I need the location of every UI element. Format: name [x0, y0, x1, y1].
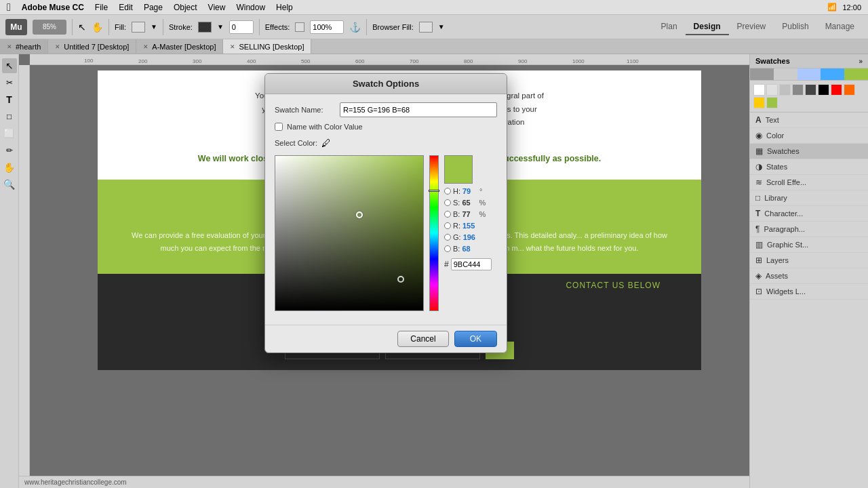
swatches-icon: ▦: [755, 146, 763, 156]
r-radio[interactable]: [444, 222, 451, 229]
tab-amaster[interactable]: ✕ A-Master [Desktop]: [136, 39, 223, 54]
shape-tool[interactable]: □: [2, 109, 17, 124]
move-tool-icon: ↖: [78, 22, 86, 33]
right-panel-nav: A Text ◉ Color ▦ Swatches ◑ States ≋ Scr…: [750, 113, 868, 300]
menu-help[interactable]: Help: [276, 3, 293, 12]
panel-swatches-label: Swatches: [767, 147, 800, 155]
nav-manage[interactable]: Manage: [817, 19, 863, 35]
color-picker-area: H: 79 ° S: 65 % B: 77 %: [275, 155, 497, 311]
g-label: G:: [453, 233, 461, 241]
swatch-strip-5[interactable]: [844, 68, 868, 80]
tab-close-selling[interactable]: ✕: [230, 43, 235, 50]
panel-character[interactable]: T Character...: [750, 206, 868, 222]
menu-window[interactable]: Window: [236, 3, 265, 12]
stroke-color[interactable]: [198, 22, 212, 33]
cancel-button[interactable]: Cancel: [397, 331, 448, 347]
color-gradient-picker[interactable]: [275, 155, 424, 311]
color-icon: ◉: [755, 131, 762, 140]
tab-close-untitled[interactable]: ✕: [55, 43, 60, 50]
panel-swatches[interactable]: ▦ Swatches: [750, 144, 868, 159]
image-tool[interactable]: ⬜: [2, 126, 17, 141]
swatch-white[interactable]: [753, 84, 765, 96]
swatch-options-dialog[interactable]: Swatch Options Swatch Name: Name with Co…: [264, 73, 507, 353]
panel-color[interactable]: ◉ Color: [750, 128, 868, 144]
b2-radio[interactable]: [444, 245, 451, 252]
browser-fill-color[interactable]: [419, 22, 433, 33]
fill-color[interactable]: [132, 22, 145, 33]
swatch-black[interactable]: [818, 84, 829, 96]
b-radio[interactable]: [444, 211, 451, 218]
nav-plan[interactable]: Plan: [653, 19, 686, 35]
app-name: Adobe Muse CC: [22, 3, 84, 12]
crop-tool[interactable]: ✂: [2, 75, 17, 90]
tab-selling[interactable]: ✕ SELLING [Desktop]: [223, 39, 311, 54]
layers-icon: ⊞: [755, 256, 762, 265]
swatch-name-row: Swatch Name:: [275, 102, 497, 117]
menu-view[interactable]: View: [208, 3, 226, 12]
panel-widgets[interactable]: ⊡ Widgets L...: [750, 284, 868, 300]
panel-graphic[interactable]: ▥ Graphic St...: [750, 237, 868, 253]
select-tool[interactable]: ↖: [2, 58, 17, 73]
toolbar: Mu 85% ↖ ✋ Fill: ▼ Stroke: ▼ Effects: 10…: [0, 15, 868, 39]
swatches-panel-arrow[interactable]: »: [859, 58, 863, 65]
swatch-strip-3[interactable]: [797, 68, 821, 80]
panel-scroll[interactable]: ≋ Scroll Effe...: [750, 175, 868, 190]
eyedropper-icon[interactable]: 🖊: [321, 138, 331, 148]
swatch-orange[interactable]: [844, 84, 855, 96]
swatch-yellow[interactable]: [753, 97, 765, 108]
hand-tool[interactable]: ✋: [2, 160, 17, 175]
menu-file[interactable]: File: [95, 3, 108, 12]
s-radio[interactable]: [444, 199, 451, 206]
nav-preview[interactable]: Preview: [729, 19, 774, 35]
panel-graphic-label: Graphic St...: [767, 241, 808, 249]
tab-hearth[interactable]: ✕ #hearth: [0, 39, 48, 54]
nav-design[interactable]: Design: [686, 19, 729, 35]
tab-close-hearth[interactable]: ✕: [7, 43, 12, 50]
h-radio[interactable]: [444, 188, 451, 195]
tabs-bar: ✕ #hearth ✕ Untitled 7 [Desktop] ✕ A-Mas…: [0, 39, 868, 54]
panel-library[interactable]: □ Library: [750, 190, 868, 206]
swatch-gray[interactable]: [779, 84, 791, 96]
nav-publish[interactable]: Publish: [774, 19, 816, 35]
panel-states[interactable]: ◑ States: [750, 159, 868, 175]
panel-text[interactable]: A Text: [750, 113, 868, 128]
panel-assets-label: Assets: [766, 272, 788, 280]
panel-paragraph[interactable]: ¶ Paragraph...: [750, 222, 868, 237]
text-tool[interactable]: T: [2, 92, 17, 107]
tab-untitled[interactable]: ✕ Untitled 7 [Desktop]: [48, 39, 136, 54]
swatch-strip-4[interactable]: [821, 68, 844, 80]
library-icon: □: [755, 193, 760, 203]
menu-edit[interactable]: Edit: [119, 3, 133, 12]
swatch-midgray[interactable]: [792, 84, 804, 96]
hex-input[interactable]: [451, 258, 492, 270]
apple-menu[interactable]: : [7, 1, 11, 14]
panel-states-label: States: [766, 163, 787, 171]
swatch-strip-2[interactable]: [774, 68, 797, 80]
fill-arrow[interactable]: ▼: [151, 23, 157, 30]
panel-layers-label: Layers: [766, 256, 789, 264]
swatch-red[interactable]: [831, 84, 842, 96]
menu-object[interactable]: Object: [174, 3, 197, 12]
ok-button[interactable]: OK: [454, 331, 497, 347]
b2-label: B:: [453, 245, 460, 253]
swatch-darkgray[interactable]: [805, 84, 816, 96]
menu-page[interactable]: Page: [144, 3, 163, 12]
stroke-arrow[interactable]: ▼: [217, 23, 224, 30]
browser-fill-arrow[interactable]: ▼: [438, 23, 445, 30]
g-radio[interactable]: [444, 234, 451, 241]
toolbar-divider-2: [108, 19, 109, 35]
swatch-strip-1[interactable]: [750, 68, 774, 80]
zoom-tool[interactable]: 🔍: [2, 177, 17, 192]
tab-close-amaster[interactable]: ✕: [143, 43, 149, 50]
hue-bar[interactable]: [429, 155, 439, 311]
states-icon: ◑: [755, 162, 762, 171]
zoom-control[interactable]: 85%: [33, 20, 66, 35]
swatch-lightgray[interactable]: [766, 84, 778, 96]
stroke-value[interactable]: [229, 20, 254, 34]
name-with-color-checkbox[interactable]: [275, 123, 283, 131]
swatch-green[interactable]: [766, 97, 778, 108]
panel-assets[interactable]: ◈ Assets: [750, 268, 868, 284]
pen-tool[interactable]: ✏: [2, 143, 17, 158]
panel-layers[interactable]: ⊞ Layers: [750, 253, 868, 268]
swatch-name-input[interactable]: [340, 102, 497, 117]
